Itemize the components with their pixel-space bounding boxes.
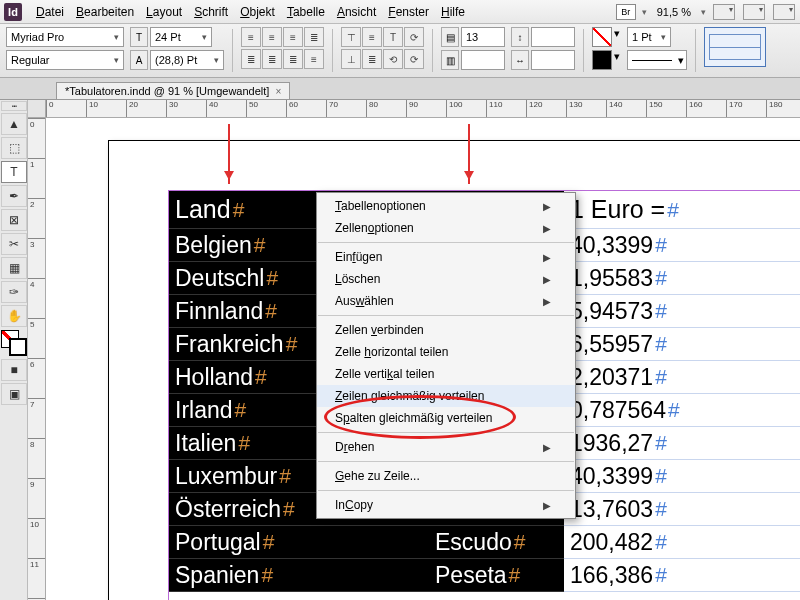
cell-value[interactable]: 40,3399# xyxy=(564,229,800,262)
cols-field[interactable] xyxy=(461,50,505,70)
cell-align-top-icon[interactable]: ⊤ xyxy=(341,27,361,47)
fill-stroke-proxy[interactable] xyxy=(1,330,27,356)
stroke-weight-field[interactable]: 1 Pt▾ xyxy=(627,27,671,47)
control-panel: Myriad Pro▾ Regular▾ T24 Pt▾ A(28,8) Pt▾… xyxy=(0,24,800,78)
justify-left-icon[interactable]: ≣ xyxy=(304,27,324,47)
font-size-field[interactable]: 24 Pt▾ xyxy=(150,27,212,47)
hand-tool[interactable]: ✋ xyxy=(1,305,27,327)
ctx-zeilen-verteilen[interactable]: Zeilen gleichmäßig verteilen xyxy=(317,385,575,407)
cols-icon: ▥ xyxy=(441,50,459,70)
note-tool[interactable]: ✑ xyxy=(1,281,27,303)
menu-tabelle[interactable]: Tabelle xyxy=(281,5,331,19)
justify-right-icon[interactable]: ≣ xyxy=(262,49,282,69)
align-center-icon[interactable]: ≡ xyxy=(262,27,282,47)
scissors-tool[interactable]: ✂ xyxy=(1,233,27,255)
fill-swatch-black[interactable] xyxy=(592,50,612,70)
document-area[interactable]: 0102030405060708090100110120130140150160… xyxy=(28,100,800,600)
selection-tool[interactable]: ▲ xyxy=(1,113,27,135)
rect-frame-tool[interactable]: ⊠ xyxy=(1,209,27,231)
menu-datei[interactable]: Datei xyxy=(30,5,70,19)
cell-justify-icon[interactable]: ≣ xyxy=(362,49,382,69)
normal-view-icon[interactable]: ▣ xyxy=(1,383,27,405)
gradient-tool[interactable]: ▦ xyxy=(1,257,27,279)
bridge-icon[interactable]: Br xyxy=(616,4,636,20)
rows-icon: ▤ xyxy=(441,27,459,47)
document-tab[interactable]: *Tabulatoren.indd @ 91 % [Umgewandelt] × xyxy=(56,82,290,99)
justify-center-icon[interactable]: ≣ xyxy=(241,49,261,69)
rotate-270-icon[interactable]: ⟳ xyxy=(404,49,424,69)
cell-value[interactable]: 1936,27# xyxy=(564,427,800,460)
ctx-drehen[interactable]: Drehen▶ xyxy=(317,436,575,458)
cell-currency[interactable]: Escudo# xyxy=(429,526,564,559)
menu-hilfe[interactable]: Hilfe xyxy=(435,5,471,19)
cell-value[interactable]: 0,787564# xyxy=(564,394,800,427)
ctx-zellenoptionen[interactable]: Zellenoptionen▶ xyxy=(317,217,575,239)
align-spine-icon[interactable]: ≡ xyxy=(304,49,324,69)
cell-value[interactable]: 2,20371# xyxy=(564,361,800,394)
cell-currency[interactable]: Peseta# xyxy=(429,559,564,592)
apply-color-icon[interactable]: ■ xyxy=(1,359,27,381)
view-options-icon[interactable] xyxy=(713,4,735,20)
fill-swatch-none[interactable] xyxy=(592,27,612,47)
cell-country[interactable]: Spanien# xyxy=(169,559,429,592)
type-tool[interactable]: T xyxy=(1,161,27,183)
horizontal-ruler[interactable]: 0102030405060708090100110120130140150160… xyxy=(46,100,800,118)
row-height-field[interactable] xyxy=(531,27,575,47)
font-family-field[interactable]: Myriad Pro▾ xyxy=(6,27,124,47)
rotate-0-icon[interactable]: T xyxy=(383,27,403,47)
ctx-loeschen[interactable]: Löschen▶ xyxy=(317,268,575,290)
ctx-spalten-verteilen[interactable]: Spalten gleichmäßig verteilen xyxy=(317,407,575,429)
ctx-zelle-horizontal-teilen[interactable]: Zelle horizontal teilen xyxy=(317,341,575,363)
menu-bar: Id Datei Bearbeiten Layout Schrift Objek… xyxy=(0,0,800,24)
toolbox-handle[interactable]: ┅ xyxy=(1,101,27,111)
leading-icon: A xyxy=(130,50,148,70)
menu-bearbeiten[interactable]: Bearbeiten xyxy=(70,5,140,19)
ctx-incopy[interactable]: InCopy▶ xyxy=(317,494,575,516)
cell-value[interactable]: 13,7603# xyxy=(564,493,800,526)
cell-value[interactable]: 6,55957# xyxy=(564,328,800,361)
cell-value[interactable]: 200,482# xyxy=(564,526,800,559)
arrange-icon[interactable] xyxy=(773,4,795,20)
ctx-zellen-verbinden[interactable]: Zellen verbinden xyxy=(317,319,575,341)
table-row[interactable]: Portugal#Escudo#200,482# xyxy=(169,526,800,559)
header-euro: 1 Euro =# xyxy=(564,191,800,229)
ctx-gehe-zu-zeile[interactable]: Gehe zu Zeile... xyxy=(317,465,575,487)
menu-layout[interactable]: Layout xyxy=(140,5,188,19)
col-width-field[interactable] xyxy=(531,50,575,70)
cell-align-middle-icon[interactable]: ≡ xyxy=(362,27,382,47)
vertical-ruler[interactable]: 0123456789101112 xyxy=(28,118,46,600)
table-row[interactable]: Spanien#Peseta#166,386# xyxy=(169,559,800,592)
ctx-auswaehlen[interactable]: Auswählen▶ xyxy=(317,290,575,312)
rotate-90-icon[interactable]: ⟳ xyxy=(404,27,424,47)
align-left-icon[interactable]: ≡ xyxy=(241,27,261,47)
cell-value[interactable]: 1,95583# xyxy=(564,262,800,295)
align-right-icon[interactable]: ≡ xyxy=(283,27,303,47)
close-icon[interactable]: × xyxy=(275,86,281,97)
pen-tool[interactable]: ✒ xyxy=(1,185,27,207)
page-tool[interactable]: ⬚ xyxy=(1,137,27,159)
menu-ansicht[interactable]: Ansicht xyxy=(331,5,382,19)
zoom-level[interactable]: 91,5 % xyxy=(653,6,695,18)
rows-field[interactable]: 13 xyxy=(461,27,505,47)
menu-schrift[interactable]: Schrift xyxy=(188,5,234,19)
screen-mode-icon[interactable] xyxy=(743,4,765,20)
stroke-style-field[interactable]: ▾ xyxy=(627,50,687,70)
cell-value[interactable]: 166,386# xyxy=(564,559,800,592)
cell-value[interactable]: 5,94573# xyxy=(564,295,800,328)
cell-country[interactable]: Portugal# xyxy=(169,526,429,559)
red-arrow-1 xyxy=(228,124,230,184)
font-style-field[interactable]: Regular▾ xyxy=(6,50,124,70)
justify-all-icon[interactable]: ≣ xyxy=(283,49,303,69)
cell-align-bottom-icon[interactable]: ⊥ xyxy=(341,49,361,69)
ctx-tabellenoptionen[interactable]: Tabellenoptionen▶ xyxy=(317,195,575,217)
cell-stroke-proxy[interactable] xyxy=(704,27,766,67)
ctx-einfuegen[interactable]: Einfügen▶ xyxy=(317,246,575,268)
menu-objekt[interactable]: Objekt xyxy=(234,5,281,19)
rotate-180-icon[interactable]: ⟲ xyxy=(383,49,403,69)
leading-field[interactable]: (28,8) Pt▾ xyxy=(150,50,224,70)
ruler-origin[interactable] xyxy=(28,100,46,118)
ctx-zelle-vertikal-teilen[interactable]: Zelle vertikal teilen xyxy=(317,363,575,385)
toolbox: ┅ ▲ ▷ ⬚ ↔ T ╲ ✒ ✎ ⊠ □ ✂ ✥ ▦ ◧ ✑ ✐ ✋ 🔍 ■ … xyxy=(0,100,28,600)
cell-value[interactable]: 40,3399# xyxy=(564,460,800,493)
menu-fenster[interactable]: Fenster xyxy=(382,5,435,19)
